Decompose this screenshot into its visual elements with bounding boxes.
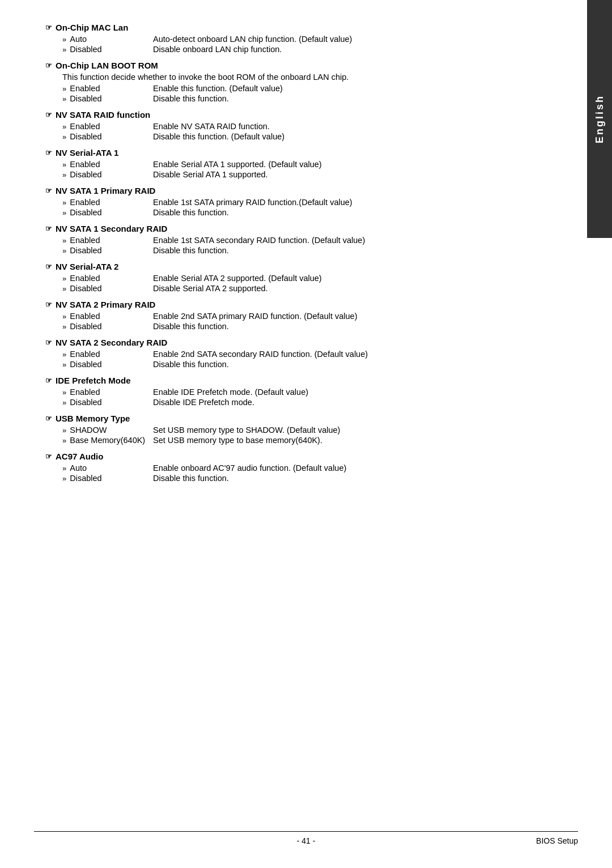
section-nv-sata-2-primary-raid: ☞NV SATA 2 Primary RAID»EnabledEnable 2n… — [45, 300, 521, 331]
option-key: »Auto — [62, 463, 153, 473]
option-row: »DisabledDisable this function. (Default… — [62, 132, 521, 141]
option-key-text: SHADOW — [70, 426, 107, 435]
option-value-text: Enable 1st SATA secondary RAID function.… — [153, 236, 521, 245]
option-key-text: Enabled — [70, 84, 100, 93]
bullet-icon: » — [62, 388, 66, 397]
bullet-icon: » — [62, 160, 66, 169]
option-key: »Disabled — [62, 170, 153, 179]
option-value-text: Enable Serial ATA 1 supported. (Default … — [153, 160, 521, 169]
option-key: »Disabled — [62, 208, 153, 217]
section-body: »EnabledEnable 1st SATA primary RAID fun… — [62, 198, 521, 217]
bullet-icon: » — [62, 398, 66, 407]
section-body: »EnabledEnable Serial ATA 1 supported. (… — [62, 160, 521, 179]
bullet-icon: » — [62, 464, 66, 473]
option-key: »Disabled — [62, 322, 153, 331]
option-row: »DisabledDisable this function. — [62, 360, 521, 369]
bullet-icon: » — [62, 350, 66, 359]
option-key: »SHADOW — [62, 426, 153, 435]
footer-center: - 41 - — [297, 836, 316, 845]
option-key: »Enabled — [62, 198, 153, 207]
option-key-text: Disabled — [70, 45, 101, 54]
footer-bar: - 41 - BIOS Setup — [34, 831, 578, 845]
option-value-text: Enable IDE Prefetch mode. (Default value… — [153, 388, 521, 397]
bullet-icon: » — [62, 198, 66, 207]
option-row: »DisabledDisable IDE Prefetch mode. — [62, 398, 521, 407]
section-arrow-icon: ☞ — [45, 300, 52, 309]
section-title-text: NV SATA 2 Primary RAID — [56, 300, 155, 309]
section-description: This function decide whether to invoke t… — [62, 73, 521, 82]
section-nv-sata-2-secondary-raid: ☞NV SATA 2 Secondary RAID»EnabledEnable … — [45, 338, 521, 369]
bullet-icon: » — [62, 360, 66, 369]
section-arrow-icon: ☞ — [45, 452, 52, 461]
section-nv-sata-1-secondary-raid: ☞NV SATA 1 Secondary RAID»EnabledEnable … — [45, 224, 521, 255]
section-title-text: NV Serial-ATA 2 — [56, 262, 118, 271]
page-content: ☞On-Chip MAC Lan»AutoAuto-detect onboard… — [0, 0, 555, 535]
option-key-text: Auto — [70, 463, 87, 473]
section-title-nv-sata-1-primary-raid: ☞NV SATA 1 Primary RAID — [45, 186, 521, 195]
option-row: »DisabledDisable this function. — [62, 94, 521, 103]
section-body: »EnabledEnable NV SATA RAID function.»Di… — [62, 122, 521, 141]
bullet-icon: » — [62, 274, 66, 283]
section-title-text: AC97 Audio — [56, 452, 103, 461]
option-key-text: Auto — [70, 35, 87, 44]
option-value-text: Enable onboard AC'97 audio function. (De… — [153, 463, 521, 473]
option-key-text: Enabled — [70, 312, 100, 321]
section-title-nv-sata-2-primary-raid: ☞NV SATA 2 Primary RAID — [45, 300, 521, 309]
section-arrow-icon: ☞ — [45, 148, 52, 157]
option-row: »EnabledEnable IDE Prefetch mode. (Defau… — [62, 388, 521, 397]
option-key: »Enabled — [62, 350, 153, 359]
option-value-text: Set USB memory type to base memory(640K)… — [153, 436, 521, 445]
option-key-text: Enabled — [70, 350, 100, 359]
section-nv-serial-ata-2: ☞NV Serial-ATA 2»EnabledEnable Serial AT… — [45, 262, 521, 293]
option-key-text: Disabled — [70, 322, 101, 331]
section-arrow-icon: ☞ — [45, 186, 52, 195]
section-title-text: On-Chip LAN BOOT ROM — [56, 61, 158, 70]
section-on-chip-mac-lan: ☞On-Chip MAC Lan»AutoAuto-detect onboard… — [45, 23, 521, 54]
option-key: »Enabled — [62, 388, 153, 397]
option-key: »Disabled — [62, 246, 153, 255]
option-key-text: Enabled — [70, 236, 100, 245]
section-title-nv-serial-ata-1: ☞NV Serial-ATA 1 — [45, 148, 521, 158]
option-row: »DisabledDisable this function. — [62, 208, 521, 217]
option-value-text: Enable 2nd SATA primary RAID function. (… — [153, 312, 521, 321]
option-key: »Enabled — [62, 312, 153, 321]
option-value-text: Disable this function. — [153, 94, 521, 103]
section-title-text: NV SATA 1 Primary RAID — [56, 186, 155, 195]
option-key: »Disabled — [62, 284, 153, 293]
option-value-text: Enable NV SATA RAID function. — [153, 122, 521, 131]
option-row: »DisabledDisable onboard LAN chip functi… — [62, 45, 521, 54]
section-title-text: IDE Prefetch Mode — [56, 376, 131, 385]
option-key: »Auto — [62, 35, 153, 44]
bullet-icon: » — [62, 95, 66, 103]
section-title-text: NV SATA 1 Secondary RAID — [56, 224, 167, 233]
bullet-icon: » — [62, 84, 66, 93]
option-row: »SHADOWSet USB memory type to SHADOW. (D… — [62, 426, 521, 435]
section-body: »AutoEnable onboard AC'97 audio function… — [62, 463, 521, 483]
option-key-text: Disabled — [70, 360, 101, 369]
bullet-icon: » — [62, 236, 66, 245]
option-key: »Disabled — [62, 45, 153, 54]
option-key-text: Base Memory(640K) — [70, 436, 145, 445]
section-usb-memory-type: ☞USB Memory Type»SHADOWSet USB memory ty… — [45, 414, 521, 445]
section-title-text: NV SATA 2 Secondary RAID — [56, 338, 167, 347]
option-row: »DisabledDisable Serial ATA 1 supported. — [62, 170, 521, 179]
option-key-text: Enabled — [70, 122, 100, 131]
option-value-text: Disable this function. (Default value) — [153, 132, 521, 141]
option-key: »Disabled — [62, 132, 153, 141]
bullet-icon: » — [62, 122, 66, 131]
option-key-text: Enabled — [70, 274, 100, 283]
option-row: »AutoEnable onboard AC'97 audio function… — [62, 463, 521, 473]
bullet-icon: » — [62, 436, 66, 445]
option-key: »Disabled — [62, 398, 153, 407]
section-title-on-chip-lan-boot-rom: ☞On-Chip LAN BOOT ROM — [45, 61, 521, 70]
option-row: »EnabledEnable 1st SATA primary RAID fun… — [62, 198, 521, 207]
bullet-icon: » — [62, 312, 66, 321]
option-value-text: Disable this function. — [153, 322, 521, 331]
section-arrow-icon: ☞ — [45, 23, 52, 32]
section-arrow-icon: ☞ — [45, 224, 52, 233]
section-body: »AutoAuto-detect onboard LAN chip functi… — [62, 35, 521, 54]
option-key-text: Disabled — [70, 474, 101, 483]
option-row: »EnabledEnable NV SATA RAID function. — [62, 122, 521, 131]
section-ac97-audio: ☞AC97 Audio»AutoEnable onboard AC'97 aud… — [45, 452, 521, 483]
option-key-text: Disabled — [70, 170, 101, 179]
